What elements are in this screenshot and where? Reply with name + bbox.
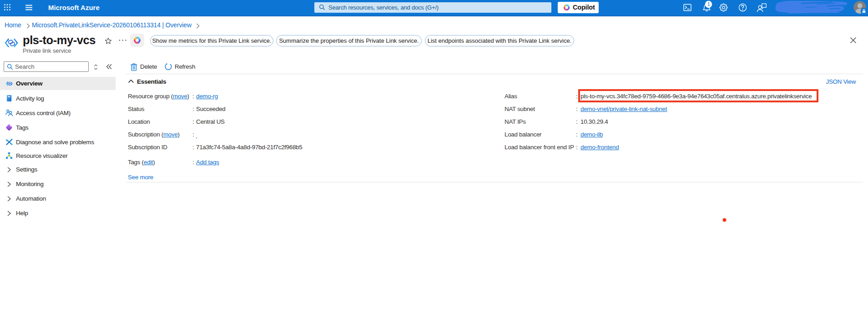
svg-text:1: 1	[707, 1, 710, 7]
